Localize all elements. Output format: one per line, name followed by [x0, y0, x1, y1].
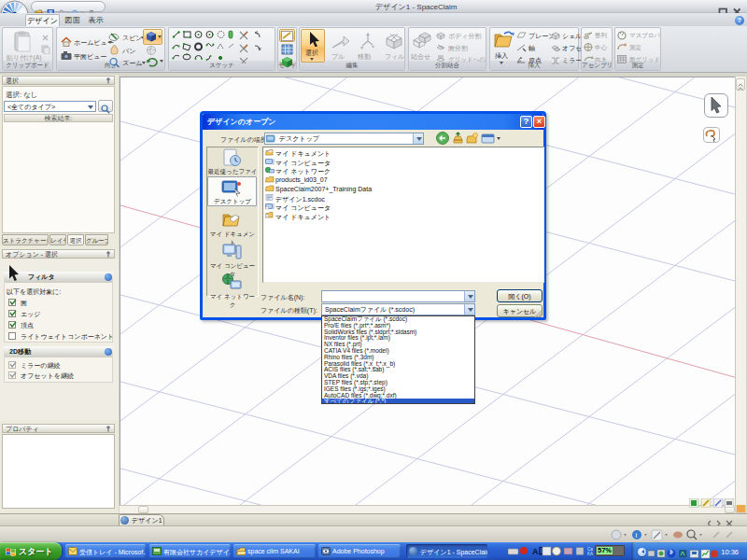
- svg-text:KA: KA: [587, 552, 593, 556]
- svg-text:i: i: [636, 531, 638, 539]
- svg-text:A: A: [532, 547, 539, 556]
